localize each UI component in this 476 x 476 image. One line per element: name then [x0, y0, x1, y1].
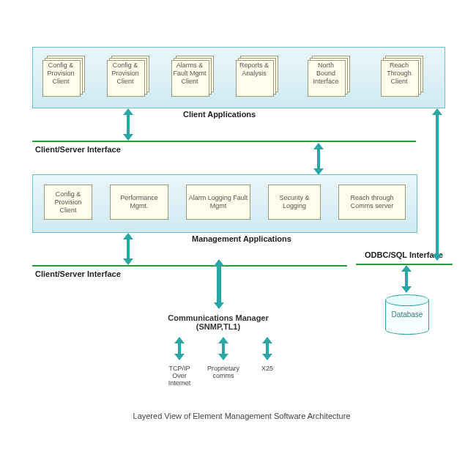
- communications-manager-title: Communications Manager (SNMP,TL1): [160, 313, 277, 331]
- diagram-caption: Layered View of Element Management Softw…: [95, 412, 388, 420]
- arrow-interface-to-mgmt: [313, 143, 324, 175]
- client-box-reach-through: Reach Through Client: [381, 56, 423, 97]
- database-label: Database: [385, 310, 429, 319]
- arrow-mgmt-to-interface-2: [123, 233, 133, 265]
- client-box-alarms-fault: Alarms & Fault Mgmt Client: [171, 56, 214, 97]
- odbc-sql-interface-label: ODBC/SQL Interface: [365, 250, 443, 259]
- client-server-interface-label-1: Client/Server Interface: [35, 145, 121, 154]
- arrow-comms-to-tcpip: [174, 337, 185, 360]
- mgmt-box-performance: Performance Mgmt.: [110, 185, 168, 220]
- client-box-label: Alarms & Fault Mgmt Client: [173, 62, 207, 86]
- client-box-config-provision-1: Config & Provision Client: [42, 56, 85, 97]
- client-applications-title: Client Applications: [183, 110, 256, 119]
- arrow-comms-to-proprietary: [218, 337, 228, 360]
- arrow-comms-to-x25: [262, 337, 272, 360]
- client-server-interface-line-2: [32, 265, 347, 267]
- client-server-interface-line-1: [32, 141, 416, 142]
- protocol-proprietary: Proprietary comms: [205, 365, 242, 379]
- protocol-tcpip: TCP/IP Over Internet: [161, 365, 198, 387]
- client-box-config-provision-2: Config & Provision Client: [107, 56, 149, 97]
- communications-manager-line2: (SNMP,TL1): [196, 322, 240, 331]
- mgmt-box-reach-through: Reach through Comms server: [338, 185, 406, 220]
- arrow-client-to-interface-1: [123, 108, 133, 141]
- mgmt-box-alarm-logging: Alarm Logging Fault Mgmt: [186, 185, 250, 220]
- mgmt-box-config-provision: Config & Provision Client: [44, 185, 92, 220]
- arrow-interface-to-comms: [214, 259, 224, 309]
- client-box-label: Reach Through Client: [382, 62, 416, 86]
- client-box-north-bound: North Bound Interface: [308, 56, 350, 97]
- management-applications-title: Management Applications: [192, 234, 291, 243]
- arrow-reach-through-to-odbc: [432, 108, 442, 261]
- client-box-label: North Bound Interface: [309, 62, 343, 86]
- client-box-reports: Reports & Analysis: [236, 56, 278, 97]
- arrow-odbc-to-database: [401, 265, 412, 293]
- client-box-label: Config & Provision Client: [44, 62, 78, 86]
- client-server-interface-label-2: Client/Server Interface: [35, 269, 121, 278]
- mgmt-box-security-logging: Security & Logging: [268, 185, 321, 220]
- communications-manager-line1: Communications Manager: [168, 313, 269, 322]
- client-box-label: Reports & Analysis: [237, 62, 271, 78]
- protocol-x25: X25: [249, 365, 286, 372]
- client-box-label: Config & Provision Client: [108, 62, 142, 86]
